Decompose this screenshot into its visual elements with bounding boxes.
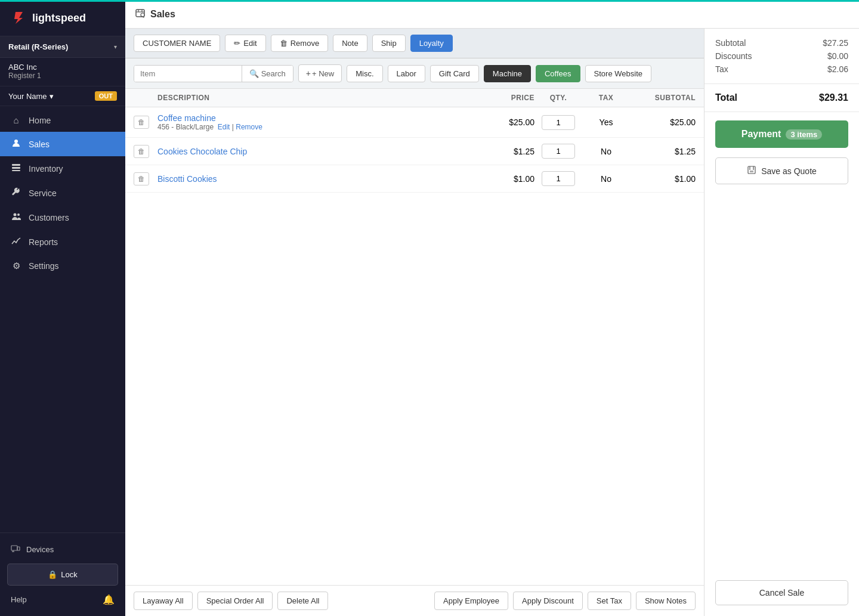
apply-discount-button[interactable]: Apply Discount <box>513 592 583 610</box>
user-name[interactable]: Your Name ▾ <box>8 92 54 101</box>
row1-delete: 🗑 <box>134 116 157 129</box>
row2-qty-input[interactable] <box>542 144 575 159</box>
set-tax-button[interactable]: Set Tax <box>588 592 631 610</box>
row1-remove-link[interactable]: Remove <box>236 123 262 131</box>
sidebar-item-label-sales: Sales <box>29 140 50 149</box>
svg-rect-4 <box>12 170 20 171</box>
new-button[interactable]: + + New <box>298 64 342 82</box>
item-bar: 🔍 Search + + New Misc. Labor Gift Card M… <box>125 58 704 89</box>
sidebar-item-label-customers: Customers <box>29 213 69 222</box>
sidebar-item-service[interactable]: Service <box>0 181 125 205</box>
save-quote-button[interactable]: Save as Quote <box>715 157 848 184</box>
svg-rect-2 <box>12 164 20 166</box>
sidebar-item-reports[interactable]: Reports <box>0 230 125 254</box>
row2-qty <box>534 144 582 159</box>
row1-price: $25.00 <box>475 117 534 127</box>
cancel-sale-button[interactable]: Cancel Sale <box>715 580 848 605</box>
edit-button[interactable]: ✏ Edit <box>225 35 265 52</box>
home-icon: ⌂ <box>11 115 21 125</box>
row1-edit-link[interactable]: Edit <box>218 123 230 131</box>
sidebar-item-home[interactable]: ⌂ Home <box>0 109 125 132</box>
note-button[interactable]: Note <box>333 35 367 52</box>
total-value: $29.31 <box>819 92 848 103</box>
topbar: Sales <box>125 0 859 29</box>
row3-subtotal: $1.00 <box>630 174 696 184</box>
lock-button[interactable]: 🔒 Lock <box>7 564 118 586</box>
delete-row2-button[interactable]: 🗑 <box>134 145 149 158</box>
save-quote-icon <box>747 165 756 177</box>
store-selector[interactable]: Retail (R-Series) ▾ <box>0 36 125 58</box>
svg-rect-20 <box>750 171 753 172</box>
row1-item-name[interactable]: Coffee machine <box>157 113 475 123</box>
service-icon <box>11 187 21 199</box>
subtotal-row: Subtotal $27.25 <box>715 38 848 48</box>
col-subtotal: SUBTOTAL <box>630 94 696 102</box>
items-badge: 3 items <box>786 129 822 140</box>
search-button[interactable]: 🔍 Search <box>242 66 293 82</box>
lightspeed-logo-icon <box>11 10 27 26</box>
row2-price: $1.25 <box>475 147 534 156</box>
plus-icon: + <box>306 69 311 78</box>
special-order-all-button[interactable]: Special Order All <box>197 592 273 610</box>
labor-button[interactable]: Labor <box>388 65 425 82</box>
delete-all-button[interactable]: Delete All <box>277 592 328 610</box>
loyalty-button[interactable]: Loyalty <box>410 35 453 52</box>
row2-tax: No <box>582 147 630 156</box>
edit-icon: ✏ <box>234 39 240 48</box>
svg-point-1 <box>14 140 18 143</box>
sidebar-bottom: Devices 🔒 Lock Help 🔔 <box>0 533 125 616</box>
register-info: ABC Inc Register 1 <box>0 58 125 86</box>
show-notes-button[interactable]: Show Notes <box>636 592 696 610</box>
sidebar-item-label-settings: Settings <box>29 261 59 271</box>
search-icon: 🔍 <box>249 69 259 78</box>
bell-icon: 🔔 <box>103 594 115 605</box>
row1-subtotal: $25.00 <box>630 117 696 127</box>
devices-item[interactable]: Devices <box>0 538 125 561</box>
discounts-label: Discounts <box>715 51 752 61</box>
table-header: DESCRIPTION PRICE QTY. TAX SUBTOTAL <box>125 89 704 107</box>
store-website-button[interactable]: Store Website <box>585 65 651 82</box>
col-tax: TAX <box>582 94 630 102</box>
row1-qty <box>534 115 582 130</box>
sidebar-item-customers[interactable]: Customers <box>0 205 125 230</box>
row2-delete: 🗑 <box>134 145 157 158</box>
delete-row1-button[interactable]: 🗑 <box>134 116 149 129</box>
help-label: Help <box>11 595 27 604</box>
sidebar-item-settings[interactable]: ⚙ Settings <box>0 254 125 278</box>
svg-rect-17 <box>748 166 755 174</box>
svg-rect-8 <box>17 547 20 550</box>
customer-name-button[interactable]: CUSTOMER NAME <box>134 35 220 52</box>
row3-description: Biscotti Cookies <box>157 174 475 184</box>
coffees-button[interactable]: Coffees <box>536 65 580 82</box>
misc-button[interactable]: Misc. <box>347 65 382 82</box>
store-name: Retail (R-Series) <box>8 42 68 51</box>
ship-button[interactable]: Ship <box>372 35 406 52</box>
payment-button[interactable]: Payment 3 items <box>715 120 848 148</box>
delete-row3-button[interactable]: 🗑 <box>134 172 149 185</box>
lock-icon: 🔒 <box>48 570 57 579</box>
row2-item-name[interactable]: Cookies Chocolate Chip <box>157 147 475 156</box>
machine-button[interactable]: Machine <box>484 65 531 82</box>
sidebar-item-sales[interactable]: Sales <box>0 132 125 156</box>
gift-card-button[interactable]: Gift Card <box>430 65 479 82</box>
row3-qty-input[interactable] <box>542 171 575 186</box>
remove-button[interactable]: 🗑 Remove <box>271 35 328 52</box>
store-chevron-icon: ▾ <box>114 44 117 50</box>
table-row: 🗑 Biscotti Cookies $1.00 No $1.00 <box>125 165 704 193</box>
subtotal-value: $27.25 <box>823 38 848 48</box>
col-description: DESCRIPTION <box>157 94 475 102</box>
search-input[interactable] <box>134 66 242 82</box>
help-row[interactable]: Help 🔔 <box>0 588 125 611</box>
summary-section: Subtotal $27.25 Discounts $0.00 Tax $2.0… <box>704 29 859 84</box>
apply-employee-button[interactable]: Apply Employee <box>434 592 508 610</box>
row3-tax: No <box>582 174 630 184</box>
row3-item-name[interactable]: Biscotti Cookies <box>157 174 475 184</box>
layaway-all-button[interactable]: Layaway All <box>134 592 193 610</box>
page-icon <box>135 8 146 21</box>
row1-qty-input[interactable] <box>542 115 575 130</box>
sidebar-logo: lightspeed <box>0 0 125 36</box>
sidebar-item-inventory[interactable]: Inventory <box>0 156 125 181</box>
reports-icon <box>11 236 21 247</box>
col-delete <box>134 94 157 102</box>
table-row: 🗑 Coffee machine 456 - Black/Large Edit … <box>125 107 704 138</box>
